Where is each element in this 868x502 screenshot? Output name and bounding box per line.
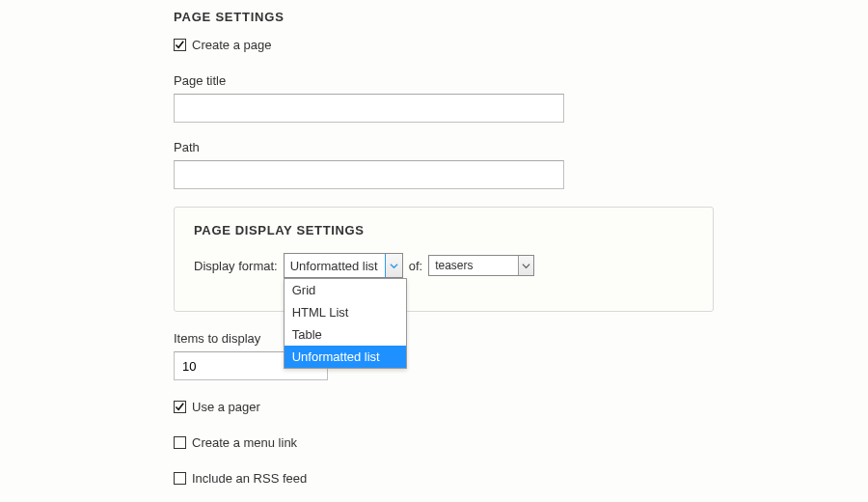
row-style-value: teasers — [429, 259, 518, 272]
page-settings-section: PAGE SETTINGS Create a page Page title P… — [174, 10, 868, 486]
items-to-display-label: Items to display — [174, 331, 868, 346]
page-display-settings-heading: PAGE DISPLAY SETTINGS — [194, 223, 693, 237]
chevron-down-icon — [385, 254, 402, 277]
use-pager-label: Use a pager — [192, 400, 260, 414]
format-option-grid[interactable]: Grid — [285, 279, 406, 301]
path-input[interactable] — [174, 160, 564, 189]
include-rss-checkbox[interactable]: Include an RSS feed — [174, 471, 868, 486]
page-settings-heading: PAGE SETTINGS — [174, 10, 868, 24]
format-option-table[interactable]: Table — [285, 323, 406, 346]
row-style-select[interactable]: teasers — [428, 255, 534, 276]
page-display-settings-fieldset: PAGE DISPLAY SETTINGS Display format: Un… — [174, 207, 714, 312]
chevron-down-icon — [518, 256, 533, 275]
display-format-label: Display format: — [194, 259, 278, 273]
of-label: of: — [409, 259, 422, 273]
checkbox-icon — [174, 401, 186, 413]
create-page-checkbox[interactable]: Create a page — [174, 38, 868, 52]
display-format-value: Unformatted list — [285, 259, 385, 273]
create-page-label: Create a page — [192, 38, 271, 52]
checkbox-icon — [174, 436, 186, 449]
checkbox-icon — [174, 39, 186, 51]
display-format-dropdown: Grid HTML List Table Unformatted list — [284, 278, 407, 369]
include-rss-label: Include an RSS feed — [192, 471, 307, 486]
create-menu-link-label: Create a menu link — [192, 435, 297, 450]
format-option-unformatted-list[interactable]: Unformatted list — [285, 346, 406, 368]
create-menu-link-checkbox[interactable]: Create a menu link — [174, 435, 868, 450]
path-label: Path — [174, 140, 868, 154]
display-format-select[interactable]: Unformatted list Grid HTML List Table Un… — [284, 253, 403, 278]
format-option-html-list[interactable]: HTML List — [285, 301, 406, 323]
page-title-input[interactable] — [174, 94, 564, 123]
use-pager-checkbox[interactable]: Use a pager — [174, 400, 868, 414]
page-title-label: Page title — [174, 73, 868, 88]
checkbox-icon — [174, 472, 186, 485]
